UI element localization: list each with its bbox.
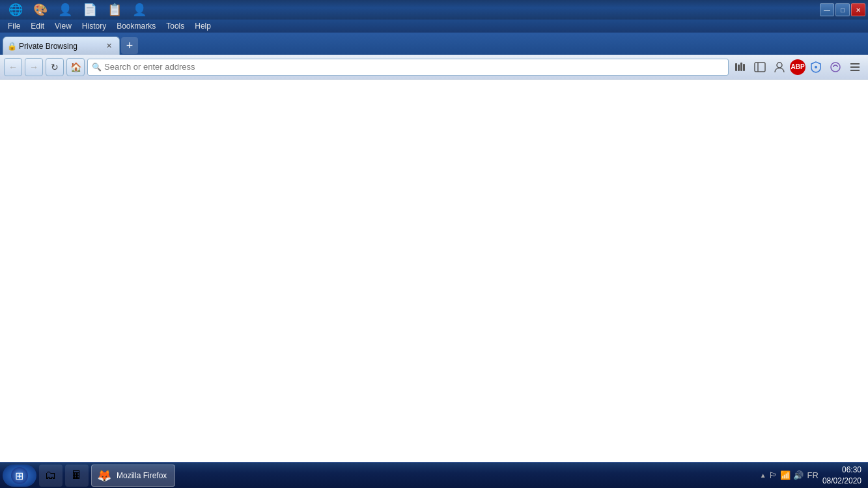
svg-point-6: [777, 63, 782, 68]
taskbar-calculator[interactable]: 🖩: [65, 465, 89, 487]
forward-button[interactable]: →: [25, 58, 43, 76]
firefox-taskbar-label: Mozilla Firefox: [114, 471, 169, 480]
firefox-taskbar-icon: 🦊: [97, 468, 111, 483]
close-button[interactable]: ✕: [851, 3, 865, 16]
account-button[interactable]: [770, 58, 789, 76]
menu-bookmarks[interactable]: Bookmarks: [111, 20, 161, 33]
expand-tray-button[interactable]: ▲: [760, 472, 766, 479]
taskbar-firefox[interactable]: 🦊 Mozilla Firefox: [91, 465, 175, 487]
menu-history[interactable]: History: [77, 20, 111, 33]
svg-rect-0: [735, 63, 737, 71]
menu-file[interactable]: File: [3, 20, 25, 33]
tab-bar: 🔒 Private Browsing ✕ +: [0, 33, 868, 55]
pinned-icon-person2[interactable]: 👤: [130, 1, 148, 19]
tracking-protection-button[interactable]: [807, 58, 825, 76]
flag-tray-icon[interactable]: 🏳: [769, 470, 777, 480]
svg-rect-3: [743, 64, 745, 71]
clock-date: 08/02/2020: [822, 476, 861, 487]
menu-help[interactable]: Help: [189, 20, 216, 33]
address-bar-input[interactable]: [104, 62, 724, 72]
clock-time: 06:30: [822, 465, 861, 476]
svg-rect-4: [755, 63, 765, 72]
address-bar-container: 🔍: [87, 59, 729, 76]
maximize-button[interactable]: □: [835, 3, 850, 16]
start-button[interactable]: ⊞: [3, 465, 36, 487]
pinned-icon-person[interactable]: 👤: [56, 1, 74, 19]
network-tray-icon[interactable]: 📶: [780, 470, 791, 480]
svg-rect-1: [738, 65, 740, 71]
tab-label: Private Browsing: [19, 42, 101, 51]
sys-tray: ▲ 🏳 📶 🔊: [760, 470, 804, 480]
svg-point-7: [815, 66, 817, 68]
svg-text:⊞: ⊞: [15, 470, 23, 481]
pinned-taskbar-icons: 🌐 🎨 👤 📄 📋 👤: [3, 1, 152, 19]
library-icon: [735, 61, 746, 73]
pinned-icon-doc2[interactable]: 📋: [105, 1, 124, 19]
library-button[interactable]: [731, 58, 749, 76]
pinned-icon-paint[interactable]: 🎨: [31, 1, 49, 19]
taskbar-filezilla[interactable]: 🗂: [39, 465, 63, 487]
minimize-button[interactable]: —: [820, 3, 834, 16]
volume-tray-icon[interactable]: 🔊: [793, 470, 804, 480]
title-bar-left: 🌐 🎨 👤 📄 📋 👤: [3, 1, 152, 19]
tab-close-button[interactable]: ✕: [104, 41, 114, 51]
language-indicator[interactable]: FR: [807, 470, 819, 480]
active-tab[interactable]: 🔒 Private Browsing ✕: [3, 36, 120, 55]
menu-bar: File Edit View History Bookmarks Tools H…: [0, 20, 868, 33]
new-tab-button[interactable]: +: [121, 37, 138, 54]
abp-button[interactable]: ABP: [790, 59, 805, 75]
menu-view[interactable]: View: [49, 20, 77, 33]
main-content: [0, 79, 868, 462]
sidebar-icon: [754, 61, 766, 73]
filezilla-icon: 🗂: [45, 468, 57, 482]
back-button[interactable]: ←: [4, 58, 22, 76]
nav-bar: ← → ↻ 🏠 🔍: [0, 55, 868, 79]
taskbar-right: ▲ 🏳 📶 🔊 FR 06:30 08/02/2020: [760, 465, 865, 487]
calculator-icon: 🖩: [71, 468, 83, 482]
private-browsing-icon: [830, 61, 841, 73]
shield-icon: [810, 61, 822, 73]
toolbar-right: ABP: [731, 58, 864, 76]
tab-favicon: 🔒: [7, 42, 16, 51]
private-browsing-icon-button[interactable]: [826, 58, 845, 76]
open-menu-button[interactable]: [846, 58, 864, 76]
menu-edit[interactable]: Edit: [25, 20, 49, 33]
search-icon: 🔍: [92, 63, 102, 72]
pinned-icon-globe[interactable]: 🌐: [7, 1, 25, 19]
system-clock: 06:30 08/02/2020: [822, 465, 861, 487]
menu-tools[interactable]: Tools: [161, 20, 189, 33]
home-button[interactable]: 🏠: [66, 58, 85, 76]
windows-logo-icon: ⊞: [10, 466, 29, 485]
title-bar: 🌐 🎨 👤 📄 📋 👤 — □ ✕: [0, 0, 868, 20]
account-icon: [774, 61, 785, 73]
pinned-icon-doc1[interactable]: 📄: [81, 1, 99, 19]
reload-button[interactable]: ↻: [46, 58, 64, 76]
hamburger-icon: [849, 61, 861, 73]
window-controls: — □ ✕: [820, 3, 865, 16]
sidebar-button[interactable]: [751, 58, 769, 76]
taskbar: ⊞ 🗂 🖩 🦊 Mozilla Firefox ▲ 🏳 📶 🔊 FR 06:30…: [0, 462, 868, 488]
svg-rect-2: [740, 63, 742, 71]
